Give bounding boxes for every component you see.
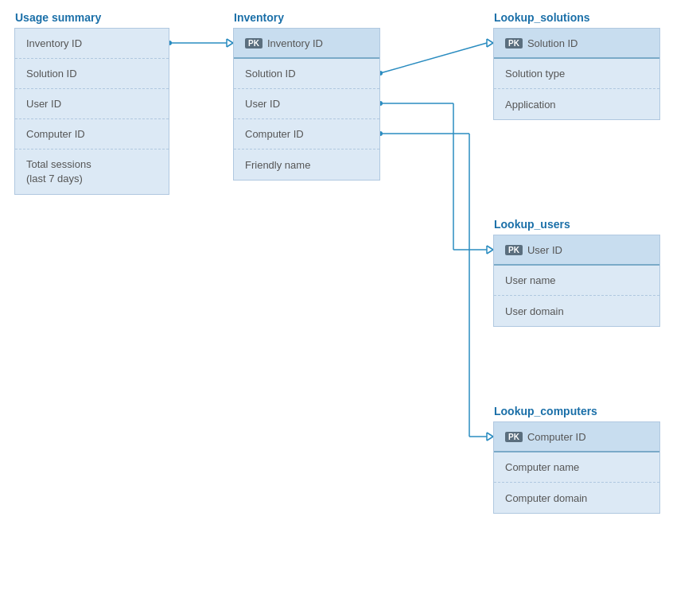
lookup-solutions-row-solution-type: Solution type [494,59,659,89]
svg-line-14 [487,246,493,250]
pk-badge: PK [505,245,523,255]
svg-line-5 [380,43,487,73]
lookup-computers-row-computer-domain: Computer domain [494,483,659,513]
pk-badge: PK [505,38,523,49]
inventory-row-friendly-name: Friendly name [234,150,379,180]
svg-line-21 [487,433,493,437]
svg-line-8 [487,43,493,47]
usage-summary-row-total-sessions: Total sessions(last 7 days) [15,150,169,194]
inventory-table: Inventory PK Inventory ID Solution ID Us… [233,28,380,181]
usage-summary-row-solution-id: Solution ID [15,59,169,89]
svg-line-3 [227,43,233,47]
usage-summary-table: Usage summary Inventory ID Solution ID U… [14,28,169,195]
inventory-row-inventory-id: PK Inventory ID [234,29,379,59]
svg-line-2 [227,39,233,43]
lookup-users-row-user-id: PK User ID [494,235,659,266]
lookup-solutions-row-solution-id: PK Solution ID [494,29,659,59]
inventory-title: Inventory [234,11,284,24]
svg-line-22 [487,437,493,441]
diagram-container: Usage summary Inventory ID Solution ID U… [0,0,700,598]
inventory-row-computer-id: Computer ID [234,119,379,150]
lookup-users-title: Lookup_users [494,218,570,231]
lookup-users-row-user-domain: User domain [494,296,659,326]
inventory-row-user-id: User ID [234,89,379,119]
lookup-computers-title: Lookup_computers [494,405,597,417]
pk-badge: PK [245,38,262,49]
usage-summary-row-computer-id: Computer ID [15,119,169,150]
lookup-computers-row-computer-name: Computer name [494,452,659,483]
lookup-users-table: Lookup_users PK User ID User name User d… [493,235,660,327]
lookup-users-row-user-name: User name [494,266,659,296]
svg-line-15 [487,250,493,254]
lookup-solutions-title: Lookup_solutions [494,11,590,24]
lookup-computers-row-computer-id: PK Computer ID [494,422,659,452]
pk-badge: PK [505,432,523,442]
usage-summary-row-user-id: User ID [15,89,169,119]
lookup-computers-table: Lookup_computers PK Computer ID Computer… [493,421,660,514]
svg-line-7 [487,39,493,43]
lookup-solutions-row-application: Application [494,89,659,119]
usage-summary-row-inventory-id: Inventory ID [15,29,169,59]
lookup-solutions-table: Lookup_solutions PK Solution ID Solution… [493,28,660,120]
inventory-row-solution-id: Solution ID [234,59,379,89]
usage-summary-title: Usage summary [15,11,101,24]
